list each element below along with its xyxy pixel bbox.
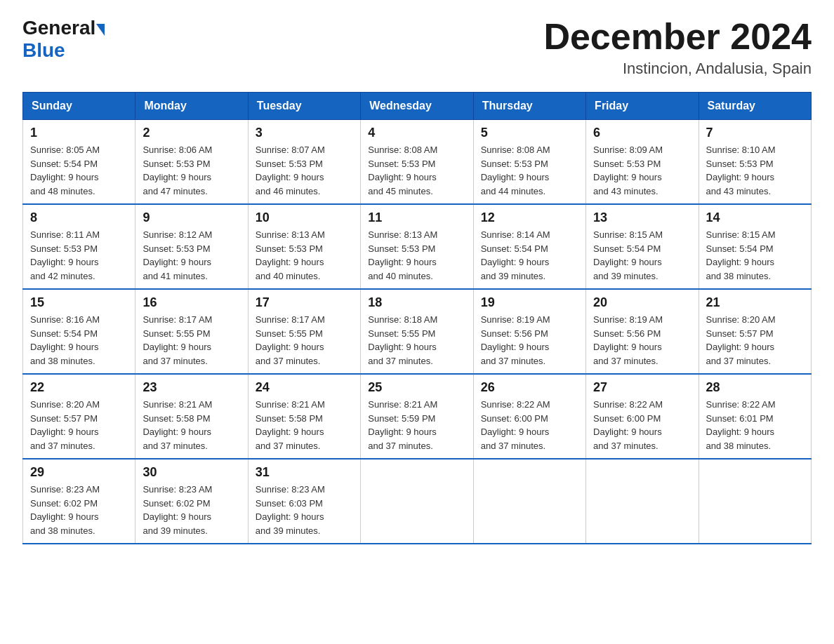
day-number: 3	[256, 126, 353, 140]
day-number: 10	[256, 210, 353, 225]
calendar-cell: 12 Sunrise: 8:14 AM Sunset: 5:54 PM Dayl…	[473, 204, 585, 289]
day-number: 26	[481, 380, 578, 395]
calendar-cell	[586, 459, 699, 544]
day-number: 24	[256, 380, 353, 395]
day-info: Sunrise: 8:09 AM Sunset: 5:53 PM Dayligh…	[593, 143, 691, 198]
calendar-cell: 20 Sunrise: 8:19 AM Sunset: 5:56 PM Dayl…	[586, 289, 699, 374]
calendar-cell: 4 Sunrise: 8:08 AM Sunset: 5:53 PM Dayli…	[361, 120, 473, 205]
day-number: 20	[593, 295, 691, 310]
day-info: Sunrise: 8:22 AM Sunset: 6:01 PM Dayligh…	[706, 398, 804, 452]
day-number: 15	[30, 295, 128, 310]
day-info: Sunrise: 8:13 AM Sunset: 5:53 PM Dayligh…	[256, 228, 353, 283]
calendar-cell: 26 Sunrise: 8:22 AM Sunset: 6:00 PM Dayl…	[473, 374, 585, 459]
day-info: Sunrise: 8:06 AM Sunset: 5:53 PM Dayligh…	[143, 143, 240, 198]
day-number: 14	[706, 210, 804, 225]
day-number: 29	[30, 465, 128, 480]
logo-blue-text: Blue	[22, 39, 65, 62]
weekday-header-monday: Monday	[135, 93, 248, 120]
day-info: Sunrise: 8:21 AM Sunset: 5:59 PM Dayligh…	[368, 398, 465, 452]
day-info: Sunrise: 8:21 AM Sunset: 5:58 PM Dayligh…	[143, 398, 240, 452]
calendar-cell: 25 Sunrise: 8:21 AM Sunset: 5:59 PM Dayl…	[361, 374, 473, 459]
day-number: 12	[481, 210, 578, 225]
day-info: Sunrise: 8:08 AM Sunset: 5:53 PM Dayligh…	[481, 143, 578, 198]
day-info: Sunrise: 8:20 AM Sunset: 5:57 PM Dayligh…	[30, 398, 128, 452]
day-info: Sunrise: 8:21 AM Sunset: 5:58 PM Dayligh…	[256, 398, 353, 452]
calendar-header: SundayMondayTuesdayWednesdayThursdayFrid…	[23, 93, 812, 120]
logo-arrow-icon	[96, 24, 105, 36]
day-info: Sunrise: 8:13 AM Sunset: 5:53 PM Dayligh…	[368, 228, 465, 283]
day-info: Sunrise: 8:23 AM Sunset: 6:03 PM Dayligh…	[256, 483, 353, 537]
day-number: 25	[368, 380, 465, 395]
day-number: 4	[368, 126, 465, 140]
day-info: Sunrise: 8:22 AM Sunset: 6:00 PM Dayligh…	[481, 398, 578, 452]
calendar-cell: 18 Sunrise: 8:18 AM Sunset: 5:55 PM Dayl…	[361, 289, 473, 374]
calendar-cell: 31 Sunrise: 8:23 AM Sunset: 6:03 PM Dayl…	[248, 459, 360, 544]
day-info: Sunrise: 8:15 AM Sunset: 5:54 PM Dayligh…	[593, 228, 691, 283]
day-info: Sunrise: 8:12 AM Sunset: 5:53 PM Dayligh…	[143, 228, 240, 283]
day-number: 23	[143, 380, 240, 395]
calendar-cell: 28 Sunrise: 8:22 AM Sunset: 6:01 PM Dayl…	[699, 374, 811, 459]
calendar-cell: 19 Sunrise: 8:19 AM Sunset: 5:56 PM Dayl…	[473, 289, 585, 374]
day-number: 27	[593, 380, 691, 395]
calendar-cell: 23 Sunrise: 8:21 AM Sunset: 5:58 PM Dayl…	[135, 374, 248, 459]
calendar-cell: 5 Sunrise: 8:08 AM Sunset: 5:53 PM Dayli…	[473, 120, 585, 205]
day-number: 22	[30, 380, 128, 395]
calendar-cell: 16 Sunrise: 8:17 AM Sunset: 5:55 PM Dayl…	[135, 289, 248, 374]
day-number: 6	[593, 126, 691, 140]
calendar-cell: 10 Sunrise: 8:13 AM Sunset: 5:53 PM Dayl…	[248, 204, 360, 289]
day-number: 2	[143, 126, 240, 140]
calendar-cell: 29 Sunrise: 8:23 AM Sunset: 6:02 PM Dayl…	[23, 459, 135, 544]
day-info: Sunrise: 8:08 AM Sunset: 5:53 PM Dayligh…	[368, 143, 465, 198]
day-info: Sunrise: 8:19 AM Sunset: 5:56 PM Dayligh…	[593, 313, 691, 368]
weekday-header-row: SundayMondayTuesdayWednesdayThursdayFrid…	[23, 93, 812, 120]
weekday-header-friday: Friday	[586, 93, 699, 120]
day-info: Sunrise: 8:18 AM Sunset: 5:55 PM Dayligh…	[368, 313, 465, 368]
calendar-location: Instincion, Andalusia, Spain	[543, 60, 812, 78]
calendar-title: December 2024	[543, 17, 812, 57]
day-info: Sunrise: 8:22 AM Sunset: 6:00 PM Dayligh…	[593, 398, 691, 452]
calendar-cell: 3 Sunrise: 8:07 AM Sunset: 5:53 PM Dayli…	[248, 120, 360, 205]
calendar-cell	[699, 459, 811, 544]
calendar-cell: 13 Sunrise: 8:15 AM Sunset: 5:54 PM Dayl…	[586, 204, 699, 289]
calendar-cell: 27 Sunrise: 8:22 AM Sunset: 6:00 PM Dayl…	[586, 374, 699, 459]
calendar-week-2: 8 Sunrise: 8:11 AM Sunset: 5:53 PM Dayli…	[23, 204, 812, 289]
day-number: 7	[706, 126, 804, 140]
day-number: 11	[368, 210, 465, 225]
day-number: 16	[143, 295, 240, 310]
day-number: 8	[30, 210, 128, 225]
calendar-cell: 2 Sunrise: 8:06 AM Sunset: 5:53 PM Dayli…	[135, 120, 248, 205]
calendar-cell: 8 Sunrise: 8:11 AM Sunset: 5:53 PM Dayli…	[23, 204, 135, 289]
page-header: General Blue December 2024 Instincion, A…	[22, 17, 812, 78]
day-info: Sunrise: 8:19 AM Sunset: 5:56 PM Dayligh…	[481, 313, 578, 368]
logo-general-text: General	[22, 17, 95, 39]
calendar-cell: 11 Sunrise: 8:13 AM Sunset: 5:53 PM Dayl…	[361, 204, 473, 289]
weekday-header-thursday: Thursday	[473, 93, 585, 120]
day-number: 30	[143, 465, 240, 480]
day-info: Sunrise: 8:10 AM Sunset: 5:53 PM Dayligh…	[706, 143, 804, 198]
day-number: 21	[706, 295, 804, 310]
calendar-week-1: 1 Sunrise: 8:05 AM Sunset: 5:54 PM Dayli…	[23, 120, 812, 205]
day-info: Sunrise: 8:11 AM Sunset: 5:53 PM Dayligh…	[30, 228, 128, 283]
day-number: 5	[481, 126, 578, 140]
calendar-cell: 30 Sunrise: 8:23 AM Sunset: 6:02 PM Dayl…	[135, 459, 248, 544]
day-info: Sunrise: 8:17 AM Sunset: 5:55 PM Dayligh…	[256, 313, 353, 368]
logo: General Blue	[22, 17, 105, 62]
calendar-cell	[361, 459, 473, 544]
calendar-table: SundayMondayTuesdayWednesdayThursdayFrid…	[22, 92, 812, 544]
calendar-cell: 15 Sunrise: 8:16 AM Sunset: 5:54 PM Dayl…	[23, 289, 135, 374]
day-info: Sunrise: 8:05 AM Sunset: 5:54 PM Dayligh…	[30, 143, 128, 198]
calendar-cell: 24 Sunrise: 8:21 AM Sunset: 5:58 PM Dayl…	[248, 374, 360, 459]
weekday-header-sunday: Sunday	[23, 93, 135, 120]
calendar-week-4: 22 Sunrise: 8:20 AM Sunset: 5:57 PM Dayl…	[23, 374, 812, 459]
day-info: Sunrise: 8:16 AM Sunset: 5:54 PM Dayligh…	[30, 313, 128, 368]
day-info: Sunrise: 8:17 AM Sunset: 5:55 PM Dayligh…	[143, 313, 240, 368]
day-number: 9	[143, 210, 240, 225]
weekday-header-saturday: Saturday	[699, 93, 811, 120]
calendar-cell: 21 Sunrise: 8:20 AM Sunset: 5:57 PM Dayl…	[699, 289, 811, 374]
day-info: Sunrise: 8:23 AM Sunset: 6:02 PM Dayligh…	[30, 483, 128, 537]
calendar-cell: 14 Sunrise: 8:15 AM Sunset: 5:54 PM Dayl…	[699, 204, 811, 289]
calendar-cell: 22 Sunrise: 8:20 AM Sunset: 5:57 PM Dayl…	[23, 374, 135, 459]
calendar-cell: 7 Sunrise: 8:10 AM Sunset: 5:53 PM Dayli…	[699, 120, 811, 205]
day-number: 28	[706, 380, 804, 395]
day-number: 13	[593, 210, 691, 225]
